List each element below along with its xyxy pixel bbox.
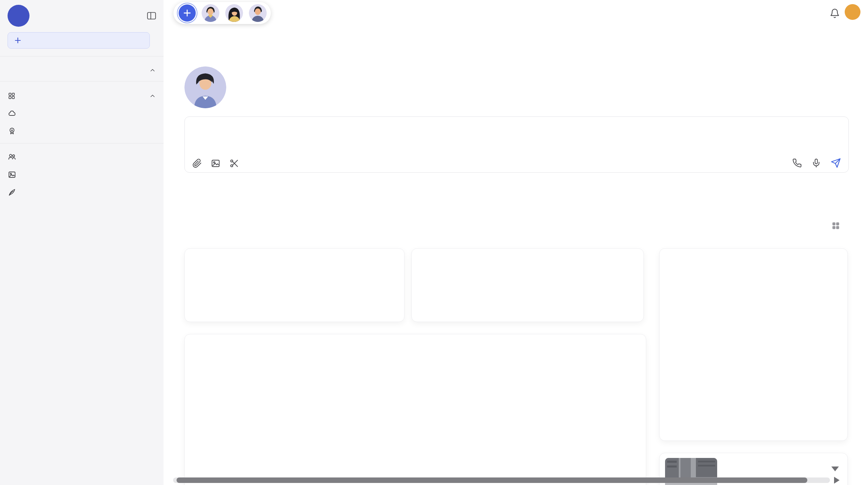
horizontal-scrollbar-track[interactable] xyxy=(173,477,830,483)
image-icon[interactable] xyxy=(211,159,220,168)
my-reviews-card xyxy=(411,248,644,322)
project-dashboard-card xyxy=(184,334,646,485)
new-chat-button[interactable] xyxy=(8,32,150,49)
sidebar-scroll xyxy=(0,56,164,204)
paperclip-icon[interactable] xyxy=(192,159,202,168)
main-content xyxy=(164,0,868,485)
app-window xyxy=(0,0,868,485)
recent-chats-header[interactable] xyxy=(8,67,156,74)
avatar[interactable] xyxy=(249,4,267,22)
assistant-avatar xyxy=(184,66,226,108)
plus-icon xyxy=(183,9,192,17)
sidebar-header xyxy=(0,0,164,27)
bell-icon[interactable] xyxy=(830,8,840,18)
schedule-card xyxy=(659,248,848,441)
badge-icon xyxy=(8,127,16,136)
sidebar-item-cloud-space[interactable] xyxy=(8,109,156,118)
sidebar-item-creative-drawing[interactable] xyxy=(8,188,156,197)
chevron-up-icon xyxy=(149,92,156,99)
scroll-right-arrow[interactable] xyxy=(834,477,840,484)
session-pill xyxy=(173,2,271,24)
project-rows xyxy=(185,334,646,485)
cloud-icon xyxy=(8,109,16,118)
avatar[interactable] xyxy=(225,4,243,22)
phone-icon[interactable] xyxy=(792,158,802,168)
horizontal-scrollbar-thumb[interactable] xyxy=(177,477,807,483)
chevron-up-icon xyxy=(149,67,156,74)
scroll-down-arrow[interactable] xyxy=(831,467,839,471)
divider xyxy=(0,56,164,57)
collapse-sidebar-icon[interactable] xyxy=(146,11,157,21)
image-icon xyxy=(8,170,16,179)
divider xyxy=(0,143,164,144)
pen-icon xyxy=(8,188,16,197)
add-session-button[interactable] xyxy=(179,4,196,22)
my-apps-section xyxy=(8,92,156,100)
avatar[interactable] xyxy=(202,4,219,22)
apps-grid-icon xyxy=(8,92,16,100)
scissors-icon[interactable] xyxy=(229,159,239,168)
message-input[interactable] xyxy=(184,116,849,173)
recent-chats-section xyxy=(8,67,156,74)
send-icon[interactable] xyxy=(831,158,841,168)
sidebar-item-ai-super-staff[interactable] xyxy=(8,152,156,161)
task-progress-card xyxy=(184,248,405,322)
sidebar-item-help-me-write[interactable] xyxy=(8,170,156,179)
divider xyxy=(0,81,164,82)
sidebar xyxy=(0,0,164,485)
my-apps-header[interactable] xyxy=(8,92,156,100)
user-avatar[interactable] xyxy=(845,4,860,20)
people-icon xyxy=(8,152,16,161)
layout-grid-icon[interactable] xyxy=(831,221,840,230)
sidebar-item-favorites[interactable] xyxy=(8,127,156,136)
composer-left-tools xyxy=(192,159,239,168)
microphone-icon[interactable] xyxy=(811,158,821,168)
app-logo xyxy=(8,5,29,27)
plus-icon xyxy=(14,37,22,44)
composer-right-tools xyxy=(792,158,841,168)
